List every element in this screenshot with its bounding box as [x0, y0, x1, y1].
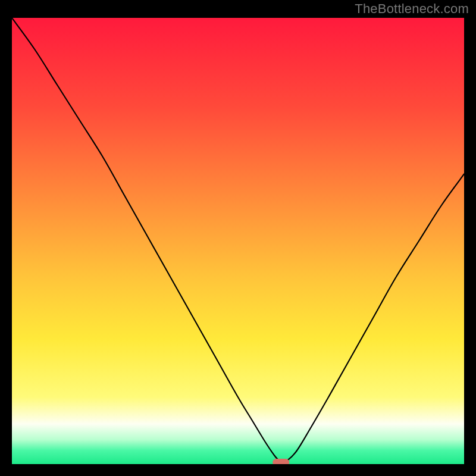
- optimal-marker: [273, 459, 289, 464]
- plot-area: [12, 18, 464, 464]
- plot-svg: [12, 18, 464, 464]
- chart-frame: TheBottleneck.com: [0, 0, 476, 476]
- watermark-text: TheBottleneck.com: [355, 1, 469, 17]
